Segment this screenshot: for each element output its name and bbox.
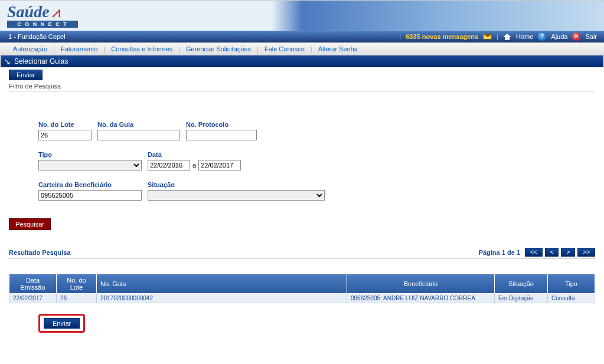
page-title: Selecionar Guias bbox=[14, 57, 68, 65]
col-guia[interactable]: No. Guia bbox=[97, 274, 347, 294]
separator: | bbox=[497, 33, 498, 40]
cell-data-emissao: 22/02/2017 bbox=[9, 294, 57, 303]
exit-link[interactable]: Sair bbox=[585, 33, 597, 40]
col-beneficiario[interactable]: Beneficiário bbox=[347, 274, 495, 294]
logo-brand: Saúde⩘ bbox=[7, 4, 78, 19]
mail-icon[interactable] bbox=[483, 34, 492, 40]
menu-consultas[interactable]: Consultas e Informes bbox=[105, 45, 178, 53]
menu-faturamento[interactable]: Faturamento bbox=[55, 45, 103, 53]
content: Enviar Filtro de Pesquisa No. do Lote No… bbox=[0, 67, 604, 345]
pager-prev-button[interactable]: < bbox=[545, 248, 559, 257]
pesquisar-button[interactable]: Pesquisar bbox=[9, 218, 51, 230]
input-data-from[interactable] bbox=[148, 160, 190, 170]
pager-next-button[interactable]: > bbox=[561, 248, 575, 257]
exit-icon[interactable]: ✕ bbox=[572, 32, 580, 41]
select-tipo[interactable] bbox=[38, 160, 142, 170]
messages-label: novas mensagens bbox=[422, 33, 478, 40]
messages-link[interactable]: 6035 novas mensagens bbox=[406, 33, 478, 40]
col-tipo[interactable]: Tipo bbox=[548, 274, 595, 294]
label-carteira: Carteira do Beneficiário bbox=[38, 181, 142, 188]
arrow-icon: ↘ bbox=[4, 57, 11, 66]
home-icon[interactable] bbox=[503, 32, 511, 41]
input-protocolo[interactable] bbox=[186, 130, 257, 140]
logo-text: Saúde bbox=[7, 2, 50, 21]
input-data-to[interactable] bbox=[198, 160, 241, 170]
field-carteira: Carteira do Beneficiário bbox=[38, 181, 142, 201]
home-link[interactable]: Home bbox=[516, 33, 533, 40]
results-header: Resultado Pesquisa Página 1 de 1 << < > … bbox=[9, 248, 595, 259]
input-guia[interactable] bbox=[97, 130, 180, 140]
filter-row-3: Carteira do Beneficiário Situação bbox=[38, 181, 595, 201]
col-data-emissao[interactable]: Data Emissão bbox=[9, 274, 57, 294]
cell-lote: 26 bbox=[57, 294, 97, 303]
col-situacao[interactable]: Situação bbox=[495, 274, 548, 294]
label-situacao: Situação bbox=[148, 181, 325, 188]
label-lote: No. do Lote bbox=[38, 121, 92, 128]
pager-info: Página 1 de 1 bbox=[479, 249, 520, 256]
results-grid: Data Emissão No. do Lote No. Guia Benefi… bbox=[9, 274, 595, 303]
field-lote: No. do Lote bbox=[38, 121, 92, 140]
cell-beneficiario: 095625005: ANDRE LUIZ NAVARRO CORREA bbox=[347, 294, 495, 303]
input-carteira[interactable] bbox=[38, 190, 142, 201]
cell-tipo: Consulta bbox=[548, 294, 595, 303]
field-tipo: Tipo bbox=[38, 151, 142, 170]
logo: Saúde⩘ C O N N E C T bbox=[7, 1, 78, 31]
field-situacao: Situação bbox=[148, 181, 325, 201]
messages-count: 6035 bbox=[406, 33, 420, 40]
help-link[interactable]: Ajuda bbox=[551, 33, 567, 40]
pager-first-button[interactable]: << bbox=[525, 248, 543, 257]
header: Saúde⩘ C O N N E C T bbox=[0, 0, 604, 31]
filter-panel: No. do Lote No. da Guia No. Protocolo Ti… bbox=[9, 91, 595, 212]
label-data: Data bbox=[148, 151, 241, 158]
label-tipo: Tipo bbox=[38, 151, 142, 158]
field-data: Data a bbox=[148, 151, 241, 170]
help-icon[interactable]: ? bbox=[538, 32, 546, 41]
enviar-bottom-button[interactable]: Enviar bbox=[44, 318, 80, 329]
col-lote[interactable]: No. do Lote bbox=[57, 274, 97, 294]
select-situacao[interactable] bbox=[148, 190, 325, 201]
org-label: 1 - Fundação Copel bbox=[0, 33, 399, 40]
label-data-sep: a bbox=[192, 162, 196, 169]
field-guia: No. da Guia bbox=[97, 121, 180, 140]
filter-section-title: Filtro de Pesquisa bbox=[9, 83, 595, 91]
input-lote[interactable] bbox=[38, 130, 92, 140]
enviar-bottom-highlight: Enviar bbox=[38, 314, 85, 333]
label-protocolo: No. Protocolo bbox=[186, 121, 257, 128]
logo-sub: C O N N E C T bbox=[7, 21, 78, 28]
filter-row-2: Tipo Data a bbox=[38, 151, 595, 170]
field-protocolo: No. Protocolo bbox=[186, 121, 257, 140]
table-row[interactable]: 22/02/2017 26 2017020000000042 095625005… bbox=[9, 294, 595, 303]
pager: Página 1 de 1 << < > >> bbox=[479, 248, 595, 257]
menu-bar: Autorização | Faturamento | Consultas e … bbox=[0, 42, 604, 55]
app-root: Saúde⩘ C O N N E C T 1 - Fundação Copel … bbox=[0, 0, 604, 345]
grid-header-row: Data Emissão No. do Lote No. Guia Benefi… bbox=[9, 274, 595, 294]
menu-gerenciar[interactable]: Gerenciar Solicitações bbox=[180, 45, 257, 53]
results-title: Resultado Pesquisa bbox=[9, 249, 71, 256]
cell-guia: 2017020000000042 bbox=[97, 294, 347, 303]
top-bar: 1 - Fundação Copel | 6035 novas mensagen… bbox=[0, 31, 604, 42]
pager-last-button[interactable]: >> bbox=[577, 248, 595, 257]
menu-autorizacao[interactable]: Autorização bbox=[7, 45, 53, 53]
cell-situacao: Em Digitação bbox=[495, 294, 548, 303]
pulse-icon: ⩘ bbox=[50, 6, 60, 20]
page-title-bar: ↘ Selecionar Guias bbox=[1, 55, 603, 67]
separator: | bbox=[399, 33, 401, 40]
menu-alterar-senha[interactable]: Alterar Senha bbox=[312, 45, 364, 53]
menu-fale-conosco[interactable]: Fale Conosco bbox=[259, 45, 311, 53]
top-bar-right: | 6035 novas mensagens | Home ? Ajuda ✕ … bbox=[399, 32, 604, 41]
enviar-top-button[interactable]: Enviar bbox=[9, 70, 43, 80]
filter-row-1: No. do Lote No. da Guia No. Protocolo bbox=[38, 121, 595, 140]
label-guia: No. da Guia bbox=[97, 121, 180, 128]
